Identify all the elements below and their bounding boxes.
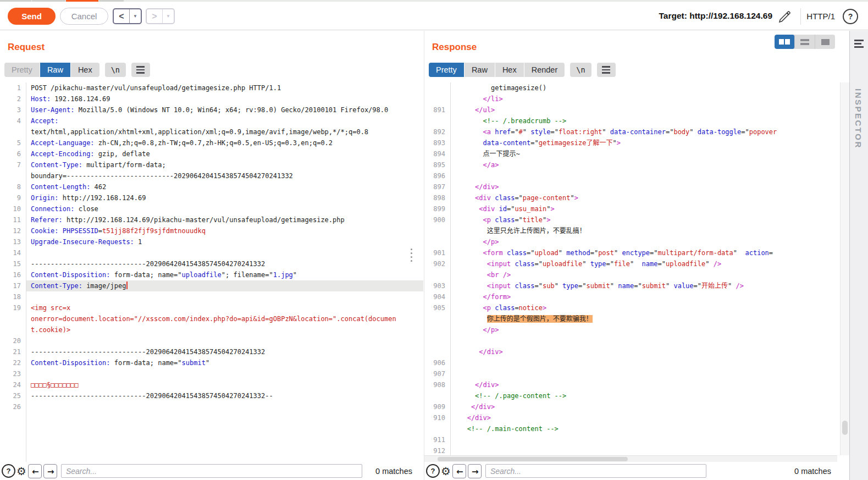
- search-settings-gear-icon[interactable]: ⚙: [16, 466, 26, 477]
- line-number: [0, 170, 26, 181]
- code-line: 905 <p class=notice>: [424, 302, 837, 313]
- code-line: <br />: [424, 269, 837, 280]
- code-line: 907: [424, 368, 837, 379]
- line-number: 19: [0, 302, 26, 313]
- response-vertical-scrollbar[interactable]: [840, 82, 849, 455]
- line-number: 3: [0, 104, 26, 115]
- line-number: 5: [0, 137, 26, 148]
- response-editor[interactable]: getimagesize() </li>891 </ul> <!-- /.bre…: [424, 82, 837, 455]
- single-layout-button[interactable]: [815, 35, 835, 49]
- line-number: 2: [0, 93, 26, 104]
- response-match-count: 0 matches: [794, 467, 831, 476]
- response-view-tabs: PrettyRawHexRender\n: [429, 63, 616, 77]
- tab-raw[interactable]: Raw: [40, 63, 70, 77]
- response-horizontal-scrollbar[interactable]: [424, 455, 837, 462]
- code-line: 912: [424, 445, 837, 455]
- search-next-button[interactable]: →: [468, 464, 482, 478]
- tab-render[interactable]: Render: [524, 63, 565, 77]
- panel-splitter-handle[interactable]: [411, 249, 412, 264]
- line-number: [424, 93, 450, 104]
- line-number: 900: [424, 214, 450, 225]
- line-number: 6: [0, 148, 26, 159]
- code-line: 6Accept-Encoding: gzip, deflate: [0, 148, 423, 159]
- send-button[interactable]: Send: [8, 8, 56, 25]
- line-number: 905: [424, 302, 450, 313]
- back-button[interactable]: <: [114, 9, 129, 23]
- code-line: </li>: [424, 93, 837, 104]
- help-icon[interactable]: ?: [843, 9, 858, 24]
- newline-toggle-button[interactable]: \n: [570, 63, 591, 77]
- rows-layout-button[interactable]: [795, 35, 815, 49]
- columns-layout-button[interactable]: [775, 35, 795, 49]
- line-number: 16: [0, 269, 26, 280]
- line-number: 908: [424, 379, 450, 390]
- code-line: 896: [424, 170, 837, 181]
- response-search-bar: ? ⚙ ← → 0 matches: [424, 462, 849, 480]
- gutter-separator: [450, 82, 451, 455]
- inspector-sidebar[interactable]: INSPECTOR: [849, 31, 868, 480]
- line-number: 17: [0, 280, 26, 291]
- line-number: [424, 346, 450, 357]
- scrollbar-thumb[interactable]: [842, 421, 848, 435]
- line-number: 14: [0, 247, 26, 258]
- edit-target-pencil-icon[interactable]: [777, 9, 792, 24]
- code-line: 19<img src=x: [0, 302, 423, 313]
- line-number: 901: [424, 247, 450, 258]
- search-settings-gear-icon[interactable]: ⚙: [441, 466, 451, 477]
- code-line: <!-- /.main-content -->: [424, 423, 837, 434]
- code-line: 911: [424, 434, 837, 445]
- code-line: 903 <input class="sub" type="submit" nam…: [424, 280, 837, 291]
- search-next-button[interactable]: →: [43, 464, 57, 478]
- code-line: 2Host: 192.168.124.69: [0, 93, 423, 104]
- code-line: 12Cookie: PHPSESSID=t51jj88f2fjf9sjfdmtn…: [0, 225, 423, 236]
- tab-raw[interactable]: Raw: [465, 63, 495, 77]
- line-number: [424, 313, 450, 324]
- cancel-button[interactable]: Cancel: [60, 8, 108, 25]
- search-prev-button[interactable]: ←: [452, 464, 466, 478]
- forward-dropdown-button[interactable]: ▼: [162, 9, 174, 23]
- http-version-selector[interactable]: HTTP/1: [806, 12, 835, 21]
- line-number: 21: [0, 346, 26, 357]
- inspector-collapse-icon[interactable]: [854, 40, 864, 49]
- code-line: 3User-Agent: Mozilla/5.0 (Windows NT 10.…: [0, 104, 423, 115]
- request-search-bar: ? ⚙ ← → 0 matches: [0, 462, 423, 480]
- tab-pretty[interactable]: Pretty: [4, 63, 40, 77]
- line-number: [424, 335, 450, 346]
- code-line: 你上传的是个假图片，不要欺骗我！: [424, 313, 837, 324]
- editor-menu-icon[interactable]: [597, 63, 616, 77]
- code-line: 18: [0, 291, 423, 302]
- tab-hex[interactable]: Hex: [71, 63, 99, 77]
- code-line: 9Origin: http://192.168.124.69: [0, 192, 423, 203]
- request-search-input[interactable]: [61, 464, 362, 478]
- line-number: 11: [0, 214, 26, 225]
- search-help-icon[interactable]: ?: [2, 464, 15, 478]
- toolbar-divider: [800, 8, 801, 25]
- code-line: 4Accept:: [0, 115, 423, 126]
- code-line: 910 </div>: [424, 412, 837, 423]
- tab-hex[interactable]: Hex: [495, 63, 524, 77]
- tab-pretty[interactable]: Pretty: [429, 63, 464, 77]
- line-number: 24: [0, 379, 26, 390]
- inspector-label: INSPECTOR: [854, 89, 863, 149]
- forward-button[interactable]: >: [147, 9, 162, 23]
- newline-toggle-button[interactable]: \n: [105, 63, 126, 77]
- code-line: 17Content-Type: image/jpeg: [0, 280, 423, 291]
- response-panel: Response PrettyRawHexRender\n getimagesi…: [424, 31, 849, 480]
- search-prev-button[interactable]: ←: [28, 464, 42, 478]
- code-line: text/html,application/xhtml+xml,applicat…: [0, 126, 423, 137]
- back-dropdown-button[interactable]: ▼: [129, 9, 141, 23]
- editor-menu-icon[interactable]: [131, 63, 150, 77]
- line-number: [424, 269, 450, 280]
- line-number: [424, 390, 450, 401]
- line-number: 911: [424, 434, 450, 445]
- code-line: 8Content-Length: 462: [0, 181, 423, 192]
- gutter-separator: [26, 82, 26, 462]
- scrollbar-thumb[interactable]: [438, 457, 628, 461]
- burp-repeater-window: Send Cancel < ▼ > ▼ Target: http://192.1…: [0, 0, 868, 480]
- line-number: 15: [0, 258, 26, 269]
- response-search-input[interactable]: [485, 464, 706, 478]
- code-line: 21-----------------------------202906420…: [0, 346, 423, 357]
- history-back-group: < ▼: [113, 8, 142, 24]
- search-help-icon[interactable]: ?: [426, 464, 440, 478]
- request-editor[interactable]: 1POST /pikachu-master/vul/unsafeupload/g…: [0, 82, 423, 462]
